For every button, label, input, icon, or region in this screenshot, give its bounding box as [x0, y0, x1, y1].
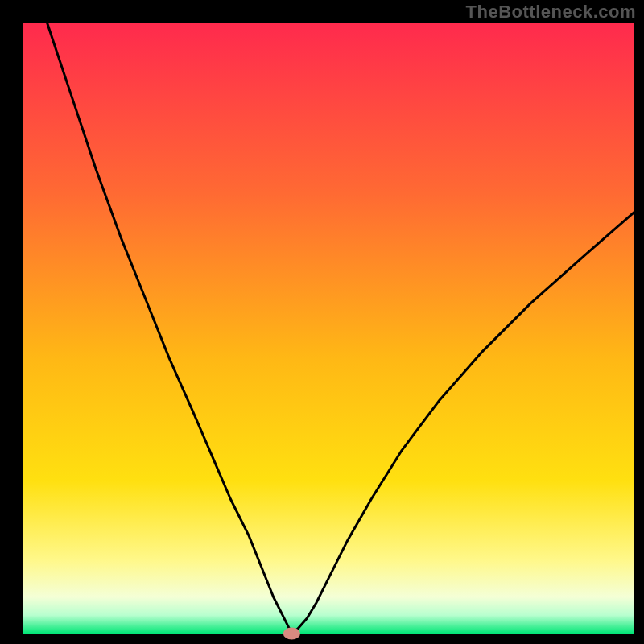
watermark-text: TheBottleneck.com — [466, 2, 636, 23]
optimum-marker — [283, 627, 300, 639]
plot-area — [23, 23, 634, 634]
chart-frame: TheBottleneck.com — [0, 0, 644, 644]
bottleneck-chart — [0, 0, 644, 644]
